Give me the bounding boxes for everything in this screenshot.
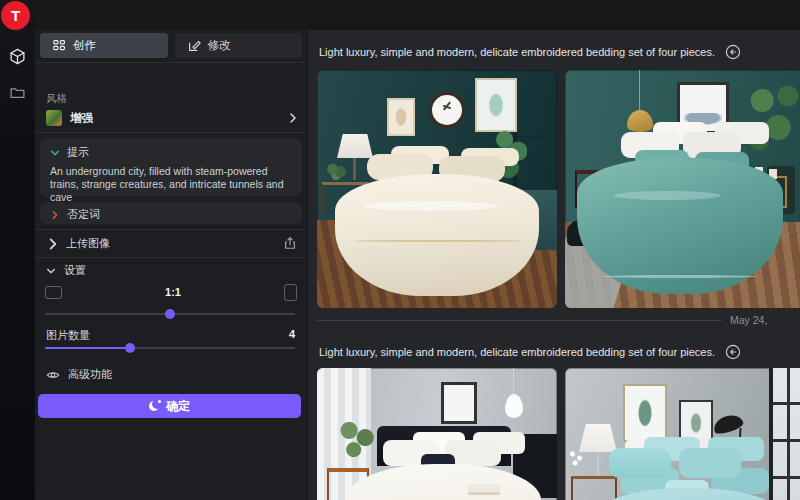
divider: [35, 257, 307, 258]
advanced-section-label: 高级功能: [68, 367, 112, 382]
date-divider: May 24,: [317, 310, 800, 330]
generated-image-aqua-bedding[interactable]: [565, 368, 800, 500]
result-prompt-text: Light luxury, simple and modern, delicat…: [319, 46, 715, 58]
chevron-down-icon: [50, 148, 60, 158]
divider-line: [317, 320, 722, 321]
count-slider-thumb[interactable]: [125, 343, 135, 353]
moon-icon: [149, 401, 159, 411]
prompt-input[interactable]: An underground city, filled with steam-p…: [50, 165, 292, 204]
leaf-art-frame: [623, 384, 667, 442]
image-count-label: 图片数量: [46, 328, 90, 342]
prompt-box[interactable]: 提示 An underground city, filled with stea…: [40, 138, 302, 196]
chevron-right-icon: [287, 112, 299, 124]
result-image-row: [317, 368, 800, 500]
generated-image-cream-bedding[interactable]: [317, 70, 557, 308]
confirm-button-label: 确定: [166, 398, 190, 415]
reuse-prompt-icon[interactable]: [725, 44, 741, 60]
tab-modify[interactable]: 修改: [175, 33, 303, 58]
grid-icon: [53, 39, 66, 52]
reuse-prompt-icon[interactable]: [725, 344, 741, 360]
plant: [333, 416, 379, 464]
duvet: [577, 158, 783, 294]
date-label: May 24,: [730, 314, 800, 326]
tray: [467, 484, 501, 492]
pendant-lamp: [505, 394, 523, 418]
floor-lamp-pole: [734, 428, 741, 500]
leaf-art-frame: [475, 78, 517, 132]
upload-icon[interactable]: [283, 236, 297, 250]
aspect-ratio-slider[interactable]: [45, 313, 295, 315]
result-prompt-text: Light luxury, simple and modern, delicat…: [319, 346, 715, 358]
user-avatar[interactable]: T: [1, 1, 30, 30]
style-name: 增强: [70, 111, 279, 126]
art-frame: [441, 382, 477, 424]
result-prompt-row: Light luxury, simple and modern, delicat…: [319, 42, 800, 62]
count-slider-fill: [45, 347, 130, 349]
chevron-right-icon: [46, 237, 58, 249]
divider: [35, 229, 307, 230]
divider: [35, 132, 307, 133]
table-lamp-stem: [597, 452, 599, 476]
settings-section-header[interactable]: 设置: [46, 263, 86, 278]
cube-icon[interactable]: [9, 48, 26, 65]
advanced-features-row[interactable]: 高级功能: [46, 367, 112, 382]
art-frame: [677, 82, 729, 134]
nav-rail: [0, 0, 35, 500]
eye-icon: [46, 368, 60, 382]
duvet: [345, 464, 541, 500]
aspect-ratio-value: 1:1: [62, 286, 284, 298]
plant: [495, 128, 527, 186]
top-bar: [0, 0, 800, 30]
side-table: [571, 476, 617, 500]
duvet: [589, 488, 789, 500]
window: [769, 368, 800, 500]
tab-create[interactable]: 创作: [40, 33, 168, 58]
generated-image-teal-bedding[interactable]: [565, 70, 800, 308]
tab-create-label: 创作: [73, 38, 96, 53]
small-plant: [325, 162, 347, 180]
image-count-slider[interactable]: [45, 347, 295, 349]
divider: [35, 62, 307, 63]
flowers: [567, 448, 585, 468]
aspect-slider-thumb[interactable]: [165, 309, 175, 319]
image-count-row: 图片数量 4: [46, 328, 295, 342]
upload-section-label: 上传图像: [66, 236, 110, 251]
result-prompt-row: Light luxury, simple and modern, delicat…: [319, 342, 800, 362]
prompt-section-label: 提示: [67, 145, 89, 160]
results-area: Light luxury, simple and modern, delicat…: [309, 30, 800, 500]
plant: [743, 78, 800, 168]
result-image-row: [317, 70, 800, 308]
generated-image-white-bedding[interactable]: [317, 368, 557, 500]
upload-image-row[interactable]: 上传图像: [46, 234, 297, 252]
table-lamp-shade: [337, 134, 373, 158]
settings-section-label: 设置: [64, 263, 86, 278]
image-count-value: 4: [289, 328, 295, 342]
pendant-lamp: [627, 110, 653, 132]
feather-art-frame: [387, 98, 415, 136]
portrait-icon: [284, 284, 297, 301]
leaf-art-frame-small: [679, 400, 713, 446]
control-panel: 创作 修改 风格 增强 提示 An underground city, fill…: [35, 30, 308, 500]
mode-tabs: 创作 修改: [40, 33, 302, 58]
style-thumbnail: [46, 110, 62, 126]
aspect-ratio-row: 1:1: [45, 282, 297, 302]
confirm-button[interactable]: 确定: [38, 394, 301, 418]
style-section-label: 风格: [46, 92, 67, 106]
landscape-icon: [45, 286, 62, 299]
table-lamp-stem: [353, 158, 356, 180]
chevron-right-icon: [50, 210, 60, 220]
chevron-down-icon: [46, 266, 56, 276]
negative-section-label: 否定词: [67, 207, 100, 222]
aqua-pillows: [609, 448, 671, 478]
duvet: [335, 174, 539, 296]
negative-prompt-box[interactable]: 否定词: [40, 202, 302, 224]
tab-modify-label: 修改: [208, 38, 231, 53]
style-selector[interactable]: 增强: [46, 108, 299, 128]
edit-icon: [188, 39, 201, 52]
folder-icon[interactable]: [9, 84, 26, 101]
wall-clock: [429, 92, 465, 128]
